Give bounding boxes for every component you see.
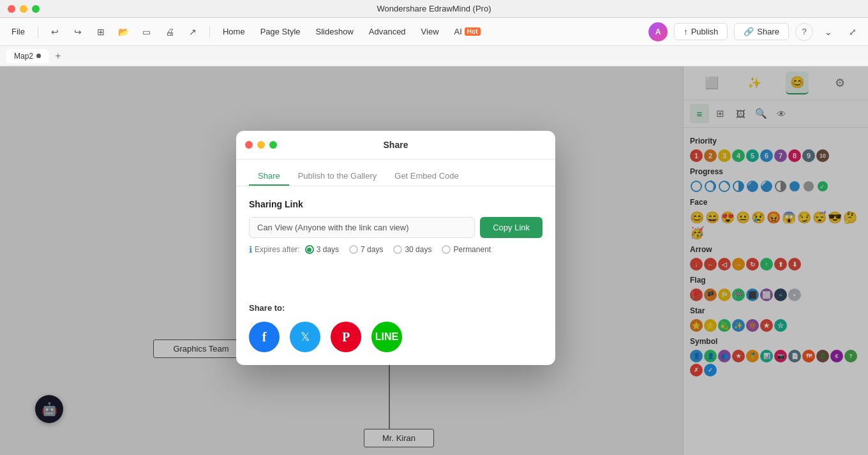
modal-traffic-lights bbox=[245, 141, 277, 149]
publish-icon: ↑ bbox=[684, 27, 688, 36]
link-row: Copy Link bbox=[249, 217, 542, 238]
share-to-title: Share to: bbox=[249, 303, 542, 313]
minimize-button[interactable] bbox=[20, 5, 27, 13]
radio-7days[interactable] bbox=[349, 245, 358, 254]
modal-minimize-button[interactable] bbox=[257, 141, 265, 149]
twitter-share-button[interactable]: 𝕏 bbox=[290, 322, 320, 352]
modal-title-bar: Share bbox=[236, 131, 555, 160]
menu-view[interactable]: View bbox=[416, 24, 444, 39]
traffic-lights bbox=[8, 5, 40, 13]
app-title: Wondershare EdrawMind (Pro) bbox=[377, 4, 491, 13]
modal-title: Share bbox=[384, 140, 408, 150]
maximize-button[interactable] bbox=[32, 5, 40, 13]
copy-link-button[interactable]: Copy Link bbox=[480, 217, 542, 238]
modal-tabs: Share Publish to the Gallery Get Embed C… bbox=[236, 160, 555, 186]
share-button[interactable]: 🔗 Share bbox=[734, 23, 789, 40]
user-avatar[interactable]: A bbox=[648, 22, 668, 41]
spacer bbox=[249, 265, 542, 303]
modal-body: Sharing Link Copy Link ℹ Expires after: … bbox=[236, 186, 555, 365]
expires-info-icon: ℹ bbox=[249, 244, 252, 255]
expires-row: ℹ Expires after: 3 days 7 days 3 bbox=[249, 244, 542, 255]
facebook-icon: f bbox=[262, 330, 267, 345]
radio-30days[interactable] bbox=[393, 245, 402, 254]
social-icons: f 𝕏 P LINE bbox=[249, 322, 542, 352]
menu-page-style[interactable]: Page Style bbox=[255, 24, 306, 39]
line-icon: LINE bbox=[375, 331, 398, 343]
chevron-down-icon[interactable]: ⌄ bbox=[819, 23, 837, 41]
expand-icon[interactable]: ⤢ bbox=[844, 23, 862, 41]
modal-tab-embed[interactable]: Get Embed Code bbox=[385, 167, 467, 186]
modal-tab-share[interactable]: Share bbox=[249, 167, 289, 186]
menu-advanced[interactable]: Advanced bbox=[364, 24, 411, 39]
menu-bar: File ↩ ↪ ⊞ 📂 ▭ 🖨 ↗ Home Page Style Slide… bbox=[0, 18, 868, 46]
expires-label: Expires after: bbox=[255, 245, 300, 254]
radio-permanent[interactable] bbox=[442, 245, 451, 254]
close-button[interactable] bbox=[8, 5, 15, 13]
modal-maximize-button[interactable] bbox=[269, 141, 277, 149]
facebook-share-button[interactable]: f bbox=[249, 322, 280, 352]
modal-tab-gallery[interactable]: Publish to the Gallery bbox=[289, 167, 386, 186]
publish-button[interactable]: ↑ Publish bbox=[674, 23, 728, 40]
expires-30-days[interactable]: 30 days bbox=[393, 245, 431, 254]
line-share-button[interactable]: LINE bbox=[371, 322, 402, 352]
add-tab-button[interactable]: + bbox=[51, 49, 65, 63]
modal-overlay: Share Share Publish to the Gallery Get E… bbox=[0, 66, 868, 455]
open-icon[interactable]: 📂 bbox=[115, 23, 133, 41]
menu-divider bbox=[38, 26, 38, 38]
menu-bar-right: A ↑ Publish 🔗 Share ? ⌄ ⤢ bbox=[648, 22, 862, 41]
share-icon: 🔗 bbox=[744, 27, 754, 36]
twitter-icon: 𝕏 bbox=[301, 330, 310, 344]
pinterest-icon: P bbox=[342, 330, 350, 345]
main-area: Graphics Team Mr. Kiran Mrs. Joey D ⟷ Co… bbox=[0, 66, 868, 455]
tab-unsaved-dot bbox=[36, 54, 41, 58]
undo-button[interactable]: ↩ bbox=[46, 23, 64, 41]
redo-button[interactable]: ↪ bbox=[69, 23, 87, 41]
expires-permanent[interactable]: Permanent bbox=[442, 245, 491, 254]
link-input[interactable] bbox=[249, 217, 475, 238]
ai-hot-badge: Hot bbox=[465, 27, 481, 36]
menu-ai[interactable]: AI Hot bbox=[449, 24, 486, 39]
expires-3-days[interactable]: 3 days bbox=[305, 245, 339, 254]
pinterest-share-button[interactable]: P bbox=[331, 322, 361, 352]
radio-3days[interactable] bbox=[305, 245, 314, 254]
tabs-bar: Map2 + bbox=[0, 46, 868, 66]
expires-7-days[interactable]: 7 days bbox=[349, 245, 383, 254]
modal-close-button[interactable] bbox=[245, 141, 253, 149]
tab-map2[interactable]: Map2 bbox=[6, 49, 49, 63]
menu-home[interactable]: Home bbox=[218, 24, 250, 39]
menu-file[interactable]: File bbox=[6, 24, 30, 39]
layout-icon[interactable]: ▭ bbox=[138, 23, 156, 41]
export-icon[interactable]: ↗ bbox=[184, 23, 202, 41]
menu-bar-left: File ↩ ↪ ⊞ 📂 ▭ 🖨 ↗ Home Page Style Slide… bbox=[6, 23, 646, 41]
title-bar: Wondershare EdrawMind (Pro) bbox=[0, 0, 868, 18]
share-modal: Share Share Publish to the Gallery Get E… bbox=[236, 131, 555, 365]
new-tab-icon[interactable]: ⊞ bbox=[92, 23, 110, 41]
menu-slideshow[interactable]: Slideshow bbox=[311, 24, 359, 39]
sharing-link-title: Sharing Link bbox=[249, 199, 542, 209]
help-button[interactable]: ? bbox=[795, 23, 813, 41]
print-icon[interactable]: 🖨 bbox=[161, 23, 179, 41]
menu-divider-2 bbox=[209, 26, 210, 38]
